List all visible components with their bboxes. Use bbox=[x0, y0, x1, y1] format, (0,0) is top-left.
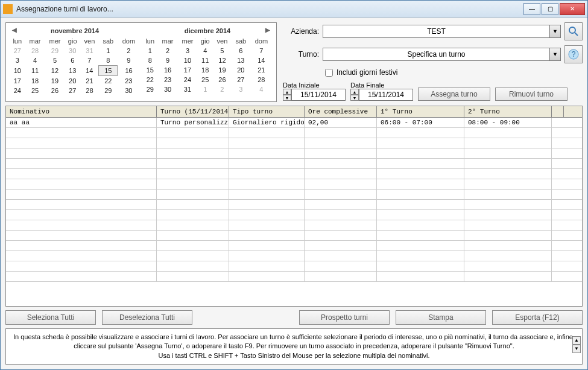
cal-day[interactable]: 31 bbox=[80, 46, 99, 56]
cal-day[interactable]: 7 bbox=[250, 46, 273, 56]
col-nominativo[interactable]: Nominativo bbox=[6, 106, 157, 117]
col-t1[interactable]: 1° Turno bbox=[377, 106, 464, 117]
cal-day[interactable]: 29 bbox=[45, 46, 65, 56]
assegna-button[interactable]: Assegna turno bbox=[418, 88, 490, 101]
cal-day[interactable]: 10 bbox=[10, 66, 25, 76]
table-row[interactable] bbox=[6, 138, 582, 148]
cal-day[interactable]: 13 bbox=[65, 66, 80, 76]
table-row[interactable]: aa aaTurno personalizzatoGiornaliero rig… bbox=[6, 118, 582, 128]
dropdown-icon[interactable]: ▼ bbox=[549, 25, 560, 37]
cal-day[interactable]: 1 bbox=[99, 46, 118, 56]
cal-day[interactable]: 30 bbox=[65, 46, 80, 56]
cal-day[interactable]: 30 bbox=[118, 86, 140, 95]
spin-down-icon[interactable]: ▼ bbox=[283, 95, 291, 101]
cal-day[interactable]: 28 bbox=[80, 86, 99, 95]
deseleziona-button[interactable]: Deseleziona Tutti bbox=[102, 310, 192, 325]
cal-day[interactable]: 11 bbox=[25, 66, 45, 76]
table-row[interactable] bbox=[6, 210, 582, 220]
cal-day[interactable]: 6 bbox=[65, 56, 80, 66]
cal-day[interactable]: 1 bbox=[197, 85, 213, 94]
cal-day[interactable]: 18 bbox=[197, 65, 213, 75]
cal-day[interactable]: 3 bbox=[10, 56, 25, 66]
cal-next-icon[interactable]: ▶ bbox=[263, 25, 273, 34]
cal-day[interactable]: 3 bbox=[177, 46, 197, 56]
table-row[interactable] bbox=[6, 169, 582, 179]
close-button[interactable]: ✕ bbox=[560, 3, 585, 15]
calendar-left[interactable]: ◀ novembre 2014 lunmarmergiovensabdom272… bbox=[10, 25, 140, 95]
dropdown-icon[interactable]: ▼ bbox=[549, 48, 560, 60]
cal-day[interactable]: 12 bbox=[213, 56, 232, 65]
cal-day[interactable]: 12 bbox=[45, 66, 65, 76]
cal-day[interactable]: 14 bbox=[80, 66, 99, 76]
table-row[interactable] bbox=[6, 272, 582, 282]
scroll-down-icon[interactable]: ▼ bbox=[572, 345, 581, 353]
spin-up-icon[interactable]: ▲ bbox=[350, 89, 359, 95]
cal-day[interactable]: 20 bbox=[65, 76, 80, 86]
cal-day[interactable]: 19 bbox=[213, 65, 232, 75]
grid-body[interactable]: aa aaTurno personalizzatoGiornaliero rig… bbox=[6, 118, 582, 306]
cal-day[interactable]: 15 bbox=[142, 65, 158, 75]
table-row[interactable] bbox=[6, 179, 582, 190]
cal-day[interactable]: 10 bbox=[177, 56, 197, 65]
spin-down-icon[interactable]: ▼ bbox=[350, 95, 359, 101]
cal-day[interactable]: 19 bbox=[45, 76, 65, 86]
spin-up-icon[interactable]: ▲ bbox=[283, 89, 291, 95]
includi-checkbox[interactable] bbox=[325, 69, 333, 77]
cal-day[interactable]: 27 bbox=[65, 86, 80, 95]
cal-day[interactable]: 9 bbox=[158, 56, 178, 65]
cal-day[interactable]: 28 bbox=[25, 46, 45, 56]
cal-day[interactable]: 2 bbox=[158, 46, 178, 56]
cal-day[interactable]: 1 bbox=[142, 46, 158, 56]
table-row[interactable] bbox=[6, 128, 582, 138]
table-row[interactable] bbox=[6, 200, 582, 210]
table-row[interactable] bbox=[6, 148, 582, 159]
maximize-button[interactable]: ▢ bbox=[542, 3, 558, 15]
col-turno[interactable]: Turno (15/11/2014) bbox=[157, 106, 229, 117]
data-finale-input[interactable] bbox=[359, 89, 413, 101]
cal-day[interactable]: 25 bbox=[197, 75, 213, 85]
cal-day[interactable]: 2 bbox=[213, 85, 232, 94]
table-row[interactable] bbox=[6, 261, 582, 272]
cal-day[interactable]: 3 bbox=[232, 85, 250, 94]
col-t2[interactable]: 2° Turno bbox=[464, 106, 552, 117]
help-button[interactable]: ? bbox=[564, 45, 583, 63]
cal-day[interactable]: 22 bbox=[99, 76, 118, 86]
prospetto-button[interactable]: Prospetto turni bbox=[299, 310, 390, 325]
cal-day[interactable]: 4 bbox=[250, 85, 273, 94]
cal-day[interactable]: 8 bbox=[142, 56, 158, 65]
cal-day[interactable]: 5 bbox=[45, 56, 65, 66]
cal-day[interactable]: 15 bbox=[99, 66, 118, 76]
cal-day[interactable]: 24 bbox=[10, 86, 25, 95]
search-button[interactable] bbox=[564, 22, 583, 40]
cal-day[interactable]: 26 bbox=[213, 75, 232, 85]
cal-day[interactable]: 8 bbox=[99, 56, 118, 66]
cal-day[interactable]: 18 bbox=[25, 76, 45, 86]
table-row[interactable] bbox=[6, 251, 582, 261]
table-row[interactable] bbox=[6, 159, 582, 169]
calendar-right[interactable]: dicembre 2014 ▶ lunmarmergiovensabdom123… bbox=[142, 25, 273, 95]
col-ore[interactable]: Ore complessive bbox=[305, 106, 377, 117]
scroll-up-icon[interactable]: ▲ bbox=[572, 336, 581, 345]
cal-day[interactable]: 7 bbox=[80, 56, 99, 66]
cal-day[interactable]: 29 bbox=[142, 85, 158, 94]
cal-day[interactable]: 23 bbox=[118, 76, 140, 86]
cal-day[interactable]: 4 bbox=[197, 46, 213, 56]
data-iniziale-input[interactable] bbox=[291, 89, 346, 101]
cal-day[interactable]: 24 bbox=[177, 75, 197, 85]
cal-day[interactable]: 26 bbox=[45, 86, 65, 95]
cal-day[interactable]: 9 bbox=[118, 56, 140, 66]
cal-day[interactable]: 31 bbox=[177, 85, 197, 94]
cal-day[interactable]: 21 bbox=[80, 76, 99, 86]
azienda-combo[interactable]: TEST ▼ bbox=[323, 25, 561, 38]
cal-day[interactable]: 5 bbox=[213, 46, 232, 56]
col-tipo[interactable]: Tipo turno bbox=[229, 106, 305, 117]
cal-day[interactable]: 21 bbox=[250, 65, 273, 75]
table-row[interactable] bbox=[6, 241, 582, 251]
minimize-button[interactable]: — bbox=[523, 3, 540, 15]
esporta-button[interactable]: Esporta (F12) bbox=[492, 310, 583, 325]
cal-day[interactable]: 13 bbox=[232, 56, 250, 65]
cal-day[interactable]: 30 bbox=[158, 85, 178, 94]
cal-day[interactable]: 22 bbox=[142, 75, 158, 85]
stampa-button[interactable]: Stampa bbox=[396, 310, 486, 325]
cal-day[interactable]: 17 bbox=[10, 76, 25, 86]
